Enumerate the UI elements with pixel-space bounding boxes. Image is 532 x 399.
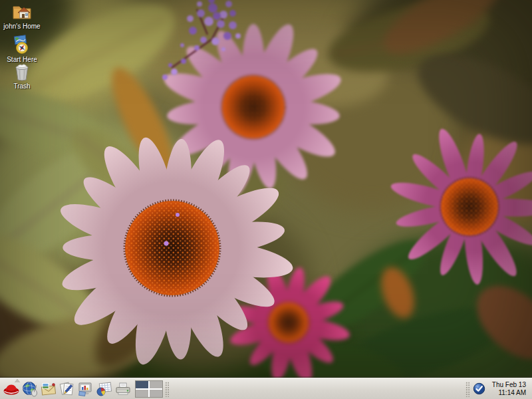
spreadsheet-launcher[interactable] <box>95 379 114 399</box>
workspace-cell-3[interactable] <box>136 390 148 397</box>
printer-icon <box>114 382 132 396</box>
update-notifier-button[interactable] <box>473 382 485 395</box>
web-browser-launcher[interactable] <box>21 379 39 399</box>
presentation-launcher[interactable] <box>76 379 95 399</box>
clock-date: Thu Feb 13 <box>489 381 526 389</box>
trash-icon <box>13 63 31 81</box>
bottom-panel: Thu Feb 13 11:14 AM <box>0 378 532 399</box>
email-envelope-icon <box>40 382 57 396</box>
menu-arrow-icon <box>15 379 20 382</box>
applet-drag-handle[interactable] <box>164 381 169 397</box>
word-processor-launcher[interactable] <box>58 379 76 399</box>
presentation-monitor-icon <box>77 382 94 396</box>
clock-time: 11:14 AM <box>489 389 526 397</box>
home-folder-icon <box>11 1 33 21</box>
desktop[interactable]: john's Home Start Here <box>0 0 532 378</box>
email-launcher[interactable] <box>39 379 58 399</box>
applet-drag-handle[interactable] <box>465 381 469 397</box>
workspace-switcher[interactable] <box>135 380 163 398</box>
wallpaper-photo <box>0 0 532 378</box>
spreadsheet-pie-icon <box>96 382 113 396</box>
clock-applet[interactable]: Thu Feb 13 11:14 AM <box>487 381 530 396</box>
main-menu-button[interactable] <box>2 379 21 399</box>
desktop-screen: john's Home Start Here <box>0 0 532 399</box>
desktop-icon-home[interactable]: john's Home <box>1 1 43 30</box>
word-processor-icon <box>59 381 76 396</box>
workspace-cell-1[interactable] <box>136 381 148 388</box>
desktop-icon-label: john's Home <box>3 23 40 30</box>
workspace-cell-4[interactable] <box>150 390 162 397</box>
redhat-icon <box>3 382 20 396</box>
web-browser-globe-icon <box>22 381 38 397</box>
printer-launcher[interactable] <box>114 379 132 399</box>
update-check-icon <box>473 382 485 395</box>
desktop-icon-label: Trash <box>13 82 30 90</box>
desktop-icon-trash[interactable]: Trash <box>1 63 43 90</box>
start-here-icon <box>12 35 32 55</box>
desktop-icon-start-here[interactable]: Start Here <box>1 35 43 63</box>
workspace-cell-2[interactable] <box>150 381 162 388</box>
